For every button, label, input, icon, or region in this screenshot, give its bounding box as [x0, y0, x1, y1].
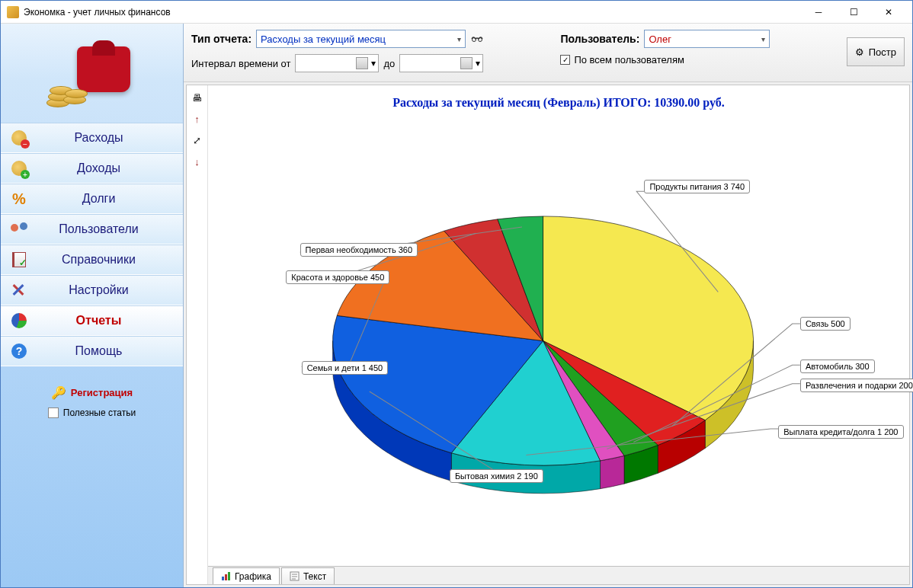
- pie-icon: [10, 312, 28, 330]
- calendar-icon: [356, 57, 368, 69]
- articles-link[interactable]: Полезные статьи: [48, 407, 136, 418]
- help-icon: ?: [10, 342, 28, 360]
- window-title: Экономка - учет личных финансов: [24, 7, 801, 18]
- build-button[interactable]: ⚙ Постр: [847, 37, 905, 66]
- arrow-up-icon[interactable]: ↑: [191, 113, 203, 125]
- report-tool-strip: 🖶 ↑ ⤢ ↓: [187, 85, 208, 584]
- svg-rect-4: [228, 572, 230, 580]
- to-label: до: [383, 58, 395, 69]
- chart-label: Бытовая химия 2 190: [450, 469, 543, 483]
- nav-settings[interactable]: Настройки: [1, 275, 183, 305]
- coins-plus-icon: [10, 159, 28, 177]
- app-icon: [7, 6, 19, 18]
- tools-icon: [10, 281, 28, 299]
- report-toolbar: Тип отчета: Расходы за текущий месяц ▾ И…: [184, 24, 912, 82]
- book-icon: [10, 251, 28, 269]
- coins-minus-icon: [10, 129, 28, 147]
- chart-label: Семья и дети 1 450: [302, 361, 389, 375]
- svg-point-0: [473, 38, 476, 42]
- doc-icon: [48, 407, 59, 418]
- nav-reports[interactable]: Отчеты: [1, 305, 183, 336]
- all-users-checkbox[interactable]: ✓: [560, 55, 570, 65]
- svg-rect-3: [225, 574, 227, 580]
- app-window: Экономка - учет личных финансов ─ ☐ ✕: [0, 0, 913, 588]
- chart-icon: [221, 571, 231, 581]
- report-type-combo[interactable]: Расходы за текущий месяц ▾: [256, 30, 466, 48]
- nav-debts[interactable]: % Долги: [1, 184, 183, 214]
- svg-rect-2: [222, 577, 224, 580]
- tab-text[interactable]: Текст: [281, 567, 335, 584]
- chart-label: Развлечения и подарки 200: [800, 379, 913, 392]
- all-users-label: По всем пользователям: [574, 54, 684, 66]
- registration-link[interactable]: 🔑 Регистрация: [51, 385, 133, 400]
- chart-label: Выплата кредита/долга 1 200: [778, 425, 903, 439]
- print-icon[interactable]: 🖶: [191, 91, 203, 104]
- svg-point-1: [479, 38, 482, 42]
- report-area: 🖶 ↑ ⤢ ↓ Расходы за текущий месяц (Феврал…: [186, 85, 910, 585]
- close-button[interactable]: ✕: [871, 1, 906, 24]
- date-to-input[interactable]: ▾: [399, 54, 483, 72]
- report-tabs: Графика Текст: [208, 566, 909, 584]
- report-type-label: Тип отчета:: [191, 33, 251, 45]
- main-area: Тип отчета: Расходы за текущий месяц ▾ И…: [184, 24, 912, 587]
- nav-help[interactable]: ? Помощь: [1, 336, 183, 366]
- glasses-icon[interactable]: [470, 34, 484, 44]
- chart-label: Автомобиль 300: [800, 360, 875, 373]
- nav-users[interactable]: Пользователи: [1, 214, 183, 244]
- arrow-down-icon[interactable]: ↓: [191, 155, 203, 168]
- key-icon: 🔑: [51, 385, 66, 400]
- chevron-down-icon: ▾: [761, 35, 765, 43]
- chart-label: Красота и здоровье 450: [286, 270, 389, 284]
- interval-label: Интервал времени от: [191, 58, 290, 69]
- chart-label: Продукты питания 3 740: [644, 180, 750, 193]
- nav-references[interactable]: Справочники: [1, 244, 183, 275]
- user-combo[interactable]: Олег ▾: [644, 30, 770, 48]
- text-icon: [290, 571, 300, 581]
- date-from-input[interactable]: ▾: [295, 54, 379, 72]
- chart-label: Связь 500: [800, 317, 851, 331]
- chevron-down-icon: ▾: [476, 58, 480, 69]
- chart-title: Расходы за текущий месяц (Февраль) ИТОГО…: [208, 85, 909, 116]
- chart-label: Первая необходимость 360: [300, 243, 418, 257]
- tab-graphics[interactable]: Графика: [213, 567, 280, 584]
- sidebar: Расходы Доходы % Долги Пользователи Спра…: [1, 24, 184, 587]
- minimize-button[interactable]: ─: [801, 1, 836, 24]
- sidebar-logo: [1, 24, 183, 123]
- calendar-icon: [460, 57, 473, 69]
- pie-chart: Продукты питания 3 740Связь 500Автомобил…: [208, 116, 909, 566]
- user-label: Пользователь:: [560, 33, 639, 45]
- maximize-button[interactable]: ☐: [836, 1, 871, 24]
- titlebar: Экономка - учет личных финансов ─ ☐ ✕: [1, 1, 912, 24]
- nav-expenses[interactable]: Расходы: [1, 123, 183, 153]
- chart-wrap: Расходы за текущий месяц (Февраль) ИТОГО…: [208, 85, 909, 584]
- percent-icon: %: [10, 190, 28, 208]
- chevron-down-icon: ▾: [457, 35, 461, 43]
- build-icon: ⚙: [855, 46, 864, 58]
- users-icon: [10, 220, 28, 238]
- zoom-icon[interactable]: ⤢: [191, 134, 203, 146]
- nav-income[interactable]: Доходы: [1, 153, 183, 184]
- chevron-down-icon: ▾: [371, 58, 376, 69]
